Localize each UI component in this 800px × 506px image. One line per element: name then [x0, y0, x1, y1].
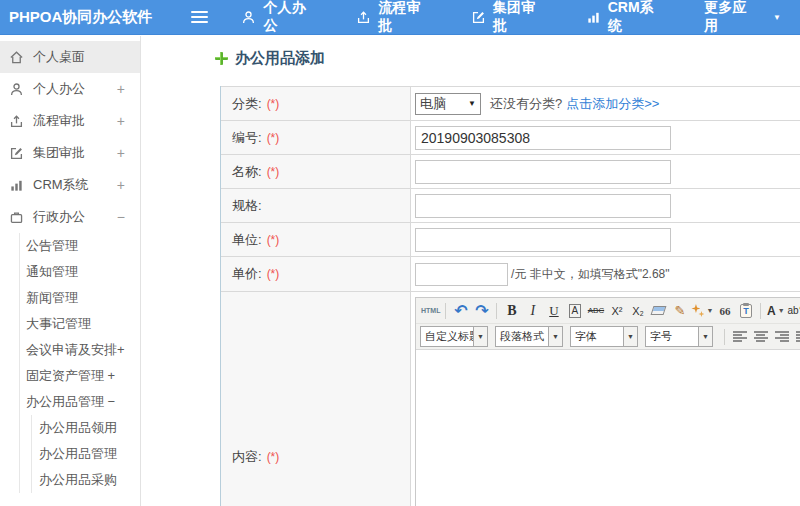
- highlight-color-button[interactable]: ab✎▼: [786, 300, 800, 321]
- code-input[interactable]: [415, 126, 671, 150]
- spec-input[interactable]: [415, 194, 671, 218]
- paragraph-format-select[interactable]: 段落格式 ▼: [495, 326, 563, 347]
- html-source-button[interactable]: HTML: [420, 300, 441, 321]
- field-label: 分类:: [232, 95, 262, 113]
- sidebar-item-announcement-mgmt[interactable]: 公告管理: [20, 233, 140, 259]
- select-caret-icon: ▼: [548, 327, 562, 346]
- font-style-button[interactable]: A: [569, 304, 582, 318]
- blockquote-button[interactable]: 66: [714, 300, 735, 321]
- app-logo[interactable]: PHPOA协同办公软件: [0, 8, 161, 27]
- admin-submenu: 公告管理 通知管理 新闻管理 大事记管理 会议申请及安排+ 固定资产管理 + 办…: [19, 233, 140, 493]
- required-mark: (*): [267, 165, 280, 179]
- sidebar-item-admin-office[interactable]: 行政办公 −: [0, 201, 140, 233]
- sidebar-item-fixed-assets-mgmt[interactable]: 固定资产管理 +: [20, 363, 140, 389]
- unit-input[interactable]: [415, 228, 671, 252]
- user-icon: [9, 82, 24, 97]
- form-row-unit: 单位: (*): [221, 222, 800, 256]
- form-row-price: 单价: (*) /元 非中文，如填写格式"2.68": [221, 256, 800, 291]
- sidebar-item-workflow-approval[interactable]: 流程审批 +: [0, 105, 140, 137]
- form-row-category: 分类: (*) 电脑 ▼ 还没有分类? 点击添加分类>>: [221, 86, 800, 120]
- field-label: 单位:: [232, 231, 262, 249]
- sub-item-label: 会议申请及安排+: [26, 341, 125, 359]
- main-content: 办公用品添加 分类: (*) 电脑 ▼ 还没有分类? 点击添加分类>> 编号: …: [142, 36, 800, 506]
- align-left-icon: [733, 331, 747, 342]
- content-field: HTML ↶ ↷ B I U A ABC X² X₂ ✎: [411, 292, 800, 506]
- expand-sign[interactable]: +: [117, 81, 125, 97]
- name-label: 名称: (*): [221, 155, 411, 188]
- sub-item-label: 办公用品管理 −: [26, 393, 115, 411]
- sidebar-item-meeting-mgmt[interactable]: 会议申请及安排+: [20, 337, 140, 363]
- eraser-icon: [651, 306, 667, 315]
- subscript-button[interactable]: X₂: [627, 300, 648, 321]
- hamburger-menu-icon[interactable]: [191, 8, 208, 26]
- edit-icon: [9, 146, 24, 161]
- select-caret-icon: ▼: [468, 99, 476, 108]
- sidebar-item-desktop[interactable]: 个人桌面: [0, 41, 140, 73]
- toolbar-separator: [724, 329, 725, 345]
- select-value: 自定义标题: [421, 327, 473, 346]
- format-brush-button[interactable]: ✎: [669, 300, 690, 321]
- required-mark: (*): [267, 450, 280, 464]
- unit-label: 单位: (*): [221, 223, 411, 256]
- editor-content-area[interactable]: [416, 350, 800, 506]
- undo-icon[interactable]: ↶: [450, 300, 471, 321]
- field-label: 编号:: [232, 129, 262, 147]
- sidebar-item-supplies-manage[interactable]: 办公用品管理: [32, 441, 140, 467]
- bold-button[interactable]: B: [501, 300, 522, 321]
- justify-button[interactable]: [792, 326, 800, 347]
- price-format-hint: /元 非中文，如填写格式"2.68": [511, 266, 670, 283]
- chevron-down-icon: ▼: [773, 13, 781, 22]
- sidebar-item-office-supplies-mgmt[interactable]: 办公用品管理 −: [20, 389, 140, 415]
- price-input[interactable]: [415, 263, 508, 286]
- nav-workflow-approval[interactable]: 流程审批: [337, 0, 452, 35]
- nav-crm[interactable]: CRM系统: [567, 0, 686, 35]
- superscript-button[interactable]: X²: [606, 300, 627, 321]
- sidebar-item-group-approval[interactable]: 集团审批 +: [0, 137, 140, 169]
- add-category-link[interactable]: 点击添加分类>>: [566, 95, 659, 113]
- underline-button[interactable]: U: [543, 300, 564, 321]
- expand-sign[interactable]: −: [117, 209, 125, 225]
- add-plus-icon: [215, 52, 228, 65]
- sidebar-item-notice-mgmt[interactable]: 通知管理: [20, 259, 140, 285]
- expand-sign[interactable]: +: [117, 113, 125, 129]
- align-left-button[interactable]: [729, 326, 750, 347]
- sidebar: 个人桌面 个人办公 + 流程审批 + 集团审批 + CRM系统 + 行政办公 −: [0, 36, 141, 506]
- redo-icon[interactable]: ↷: [471, 300, 492, 321]
- edit-icon: [471, 10, 486, 25]
- category-select[interactable]: 电脑 ▼: [415, 93, 481, 115]
- field-label: 单价:: [232, 265, 262, 283]
- remove-format-button[interactable]: [648, 300, 669, 321]
- editor-toolbar-row1: HTML ↶ ↷ B I U A ABC X² X₂ ✎: [416, 298, 800, 323]
- align-right-button[interactable]: [771, 326, 792, 347]
- supplies-add-form: 分类: (*) 电脑 ▼ 还没有分类? 点击添加分类>> 编号: (*): [220, 86, 800, 506]
- sidebar-item-news-mgmt[interactable]: 新闻管理: [20, 285, 140, 311]
- strikethrough-button[interactable]: ABC: [585, 300, 606, 321]
- sidebar-item-memorabilia-mgmt[interactable]: 大事记管理: [20, 311, 140, 337]
- name-input[interactable]: [415, 160, 671, 184]
- nav-label: 集团审批: [493, 0, 548, 35]
- content-label: 内容: (*): [221, 292, 411, 506]
- nav-group-approval[interactable]: 集团审批: [452, 0, 567, 35]
- nav-more-apps[interactable]: 更多应用 ▼: [685, 0, 800, 35]
- sidebar-item-personal-office[interactable]: 个人办公 +: [0, 73, 140, 105]
- font-size-select[interactable]: 字号 ▼: [645, 326, 713, 347]
- expand-sign[interactable]: +: [117, 145, 125, 161]
- italic-button[interactable]: I: [522, 300, 543, 321]
- highlight-letters: ab: [787, 305, 798, 316]
- chevron-down-icon: ▼: [706, 307, 713, 314]
- field-label: 名称:: [232, 163, 262, 181]
- quick-format-button[interactable]: ▼: [690, 300, 714, 321]
- sidebar-item-supplies-purchase[interactable]: 办公用品采购: [32, 467, 140, 493]
- nav-label: 更多应用: [704, 0, 759, 35]
- sidebar-item-crm[interactable]: CRM系统 +: [0, 169, 140, 201]
- sidebar-item-supplies-claim[interactable]: 办公用品领用: [32, 415, 140, 441]
- paste-as-text-button[interactable]: T: [735, 300, 756, 321]
- custom-heading-select[interactable]: 自定义标题 ▼: [420, 326, 488, 347]
- expand-sign[interactable]: +: [117, 177, 125, 193]
- briefcase-icon: [9, 210, 24, 225]
- font-color-button[interactable]: A▼: [765, 300, 786, 321]
- align-center-button[interactable]: [750, 326, 771, 347]
- sub-item-label: 办公用品采购: [39, 471, 117, 489]
- font-family-select[interactable]: 字体 ▼: [570, 326, 638, 347]
- nav-personal-office[interactable]: 个人办公: [222, 0, 337, 35]
